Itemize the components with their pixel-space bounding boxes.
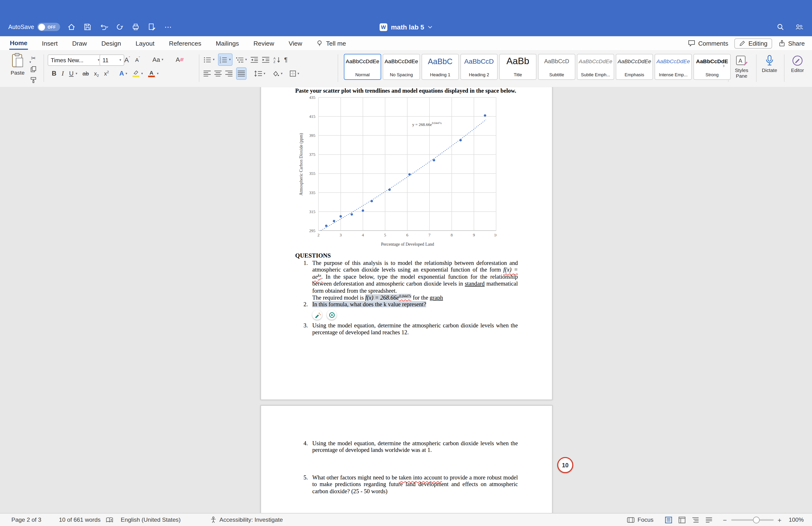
text-effects-button[interactable]: A▾ [119,68,127,79]
tab-layout[interactable]: Layout [135,37,155,49]
document-intro-line[interactable]: Paste your scatter plot with trendlines … [295,88,523,94]
format-painter-button[interactable] [29,76,37,84]
style-strong[interactable]: AaBbCcDdEStrong [694,54,731,80]
presence-button[interactable] [795,23,804,31]
clear-formatting-button[interactable]: A [176,54,184,65]
question-text[interactable]: Using the model equation, determine the … [312,323,518,337]
bullets-button[interactable]: ▾ [203,54,214,65]
style-emphasis[interactable]: AaBbCcDdEeEmphasis [615,54,653,80]
highlight-dropdown-arrow[interactable]: ▾ [141,72,143,75]
tab-mailings[interactable]: Mailings [215,37,240,49]
subscript-button[interactable]: x2 [94,68,99,79]
underline-dropdown-arrow[interactable]: ▾ [76,72,77,75]
share-button[interactable]: Share [778,40,804,47]
web-layout-view-button[interactable] [678,516,686,523]
show-formatting-marks-button[interactable]: ¶ [284,54,288,65]
align-right-button[interactable] [225,68,233,79]
increase-indent-button[interactable] [262,54,270,65]
question-text[interactable]: The purpose of this analysis is to model… [312,260,518,301]
editor-icon [791,54,804,67]
outline-view-button[interactable] [692,516,699,523]
text-effects-dropdown-arrow[interactable]: ▾ [126,72,127,75]
page-2[interactable]: Paste your scatter plot with trendlines … [260,87,552,400]
style-heading-1[interactable]: AaBbCHeading 1 [421,54,459,80]
zoom-slider-thumb[interactable] [753,517,759,523]
tab-view[interactable]: View [288,37,303,49]
change-case-button[interactable]: Aa▾ [153,54,163,65]
shading-button[interactable]: ▾ [272,68,282,79]
italic-button[interactable]: I [62,68,64,79]
tab-references[interactable]: References [169,37,202,49]
strikethrough-button[interactable]: ab [82,68,89,79]
tab-draw[interactable]: Draw [72,37,87,49]
document-title[interactable]: math lab 5 [391,23,424,31]
justify-button[interactable] [236,68,247,80]
superscript-button[interactable]: x2 [104,68,109,79]
draft-view-button[interactable] [705,516,712,523]
numbering-button[interactable]: 123▾ [218,54,232,66]
style-subtle-emphasis[interactable]: AaBbCcDdEeSubtle Emph... [577,54,614,80]
style-title[interactable]: AaBbTitle [499,54,537,80]
question-text[interactable]: Using the model equation, determine the … [312,440,518,454]
accessibility-button[interactable]: Accessibility: Investigate [209,516,283,524]
zoom-percentage[interactable]: 100% [789,517,804,523]
share-icon [778,40,786,47]
zoom-in-button[interactable]: + [778,516,782,524]
editor-button[interactable]: Editor [785,54,810,73]
question-text[interactable]: What other factors might need to be take… [312,474,518,495]
copy-button[interactable] [29,65,37,73]
cut-button[interactable]: ✂ [29,54,37,62]
questions-heading[interactable]: QUESTIONS [295,252,331,260]
style-intense-emphasis[interactable]: AaBbCcDdEeIntense Emp... [655,54,692,80]
borders-button[interactable]: ▾ [289,68,299,79]
style-subtitle[interactable]: AaBbCcDSubtitle [538,54,575,80]
title-chevron-icon[interactable] [428,25,433,29]
editing-mode-button[interactable]: Editing [734,38,772,48]
underline-button[interactable]: U [69,68,74,79]
question-text[interactable]: In this formula, what does the k value r… [312,301,518,308]
smart-suggestion-button[interactable] [327,310,336,319]
align-center-button[interactable] [214,68,222,79]
rewrite-suggestion-button[interactable] [312,310,322,319]
language-button[interactable]: English (United States) [121,517,181,523]
document-canvas[interactable]: Paste your scatter plot with trendlines … [0,87,812,513]
styles-pane-button[interactable]: A Styles Pane [729,54,754,79]
shrink-font-button[interactable]: Aˇ [135,54,140,65]
styles-gallery-more-button[interactable]: › [723,63,725,68]
zoom-out-button[interactable]: − [723,516,727,524]
proofing-status-button[interactable] [106,516,114,523]
multilevel-list-button[interactable]: ▾ [236,54,247,65]
tab-insert[interactable]: Insert [41,37,58,49]
tab-home[interactable]: Home [9,37,28,50]
page-3[interactable]: 4. Using the model equation, determine t… [260,405,552,514]
bold-button[interactable]: B [52,68,57,79]
focus-toggle-button[interactable]: Focus [626,516,653,523]
font-name-select[interactable]: Times New...▾ [48,54,103,66]
tell-me-button[interactable]: Tell me [316,37,347,49]
font-color-dropdown-arrow[interactable]: ▾ [157,72,159,75]
style-no-spacing[interactable]: AaBbCcDdEeNo Spacing [383,54,420,80]
align-left-button[interactable] [203,68,211,79]
font-color-button[interactable]: A [148,68,155,79]
search-button[interactable] [776,23,784,31]
comments-button[interactable]: Comments [688,40,728,47]
highlight-button[interactable] [132,68,139,79]
decrease-indent-button[interactable] [250,54,258,65]
tab-review[interactable]: Review [253,37,275,49]
tab-design[interactable]: Design [101,37,121,49]
scatter-chart[interactable]: 2953153353553753954154352345678910y = 26… [295,94,496,249]
zoom-slider[interactable] [731,519,773,521]
font-size-select[interactable]: 11▾ [100,54,125,66]
line-spacing-button[interactable]: ▾ [254,68,265,79]
svg-text:375: 375 [309,152,315,157]
grow-font-button[interactable]: Aˆ [124,54,130,65]
sort-button[interactable]: AZ [273,54,281,65]
style-normal[interactable]: AaBbCcDdEeNormal [344,54,381,80]
word-count[interactable]: 10 of 661 words [59,517,100,523]
score-badge[interactable]: 10 [557,457,574,473]
paste-button[interactable]: Paste ▾ [6,53,29,75]
page-indicator[interactable]: Page 2 of 3 [11,517,41,523]
style-heading-2[interactable]: AaBbCcDHeading 2 [460,54,498,80]
dictate-button[interactable]: Dictate [757,54,782,73]
print-layout-view-button[interactable] [665,516,672,523]
